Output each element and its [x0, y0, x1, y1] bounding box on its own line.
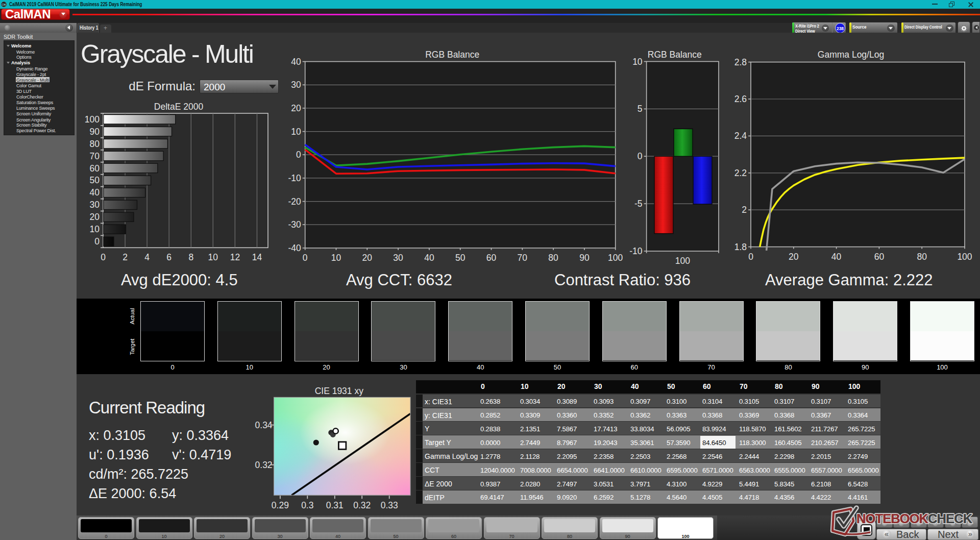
svg-text:2: 2: [122, 252, 128, 262]
svg-text:8: 8: [188, 252, 193, 262]
svg-text:10: 10: [208, 252, 218, 262]
svg-text:40: 40: [424, 253, 434, 263]
svg-text:70: 70: [518, 253, 528, 263]
svg-text:90: 90: [579, 253, 590, 263]
svg-text:100: 100: [675, 256, 690, 265]
svg-text:4: 4: [144, 252, 150, 262]
svg-text:-30: -30: [288, 219, 301, 230]
svg-text:10: 10: [90, 224, 100, 234]
svg-text:2.2: 2.2: [734, 168, 747, 178]
svg-text:20: 20: [90, 212, 100, 222]
svg-text:2.6: 2.6: [734, 94, 747, 104]
svg-text:80: 80: [90, 139, 100, 149]
svg-text:2.8: 2.8: [734, 57, 747, 67]
svg-text:CHECK: CHECK: [928, 511, 973, 526]
svg-text:5: 5: [638, 104, 643, 114]
svg-text:0.3: 0.3: [301, 500, 313, 510]
svg-text:60: 60: [874, 252, 885, 262]
svg-text:10: 10: [632, 57, 643, 67]
svg-text:0.31: 0.31: [326, 500, 344, 510]
svg-text:Gamma Log/Log: Gamma Log/Log: [818, 50, 884, 60]
svg-text:0: 0: [101, 252, 106, 262]
svg-text:2: 2: [742, 205, 747, 215]
svg-text:60: 60: [90, 163, 100, 174]
svg-text:0.33: 0.33: [381, 500, 398, 510]
svg-text:NOTEBOOK: NOTEBOOK: [856, 511, 929, 526]
svg-text:20: 20: [789, 252, 799, 262]
svg-text:0.32: 0.32: [255, 460, 273, 470]
svg-text:80: 80: [917, 252, 927, 262]
svg-text:30: 30: [90, 200, 100, 210]
svg-text:0: 0: [638, 151, 643, 161]
svg-text:100: 100: [608, 253, 623, 263]
svg-text:70: 70: [90, 151, 100, 161]
svg-text:0: 0: [748, 252, 753, 262]
svg-text:12: 12: [230, 252, 240, 262]
svg-text:40: 40: [90, 187, 100, 198]
svg-text:0: 0: [303, 253, 308, 263]
svg-text:40: 40: [291, 57, 301, 67]
svg-text:RGB Balance: RGB Balance: [648, 50, 702, 60]
svg-text:2.4: 2.4: [734, 131, 747, 141]
svg-text:80: 80: [548, 253, 558, 263]
svg-text:0: 0: [296, 150, 301, 160]
svg-text:100: 100: [957, 252, 972, 262]
svg-text:10: 10: [291, 127, 301, 137]
svg-text:30: 30: [393, 253, 403, 263]
svg-text:1.8: 1.8: [734, 242, 747, 252]
svg-text:6: 6: [166, 252, 172, 262]
svg-text:50: 50: [90, 175, 100, 185]
svg-text:-5: -5: [634, 199, 643, 209]
svg-text:30: 30: [291, 80, 301, 90]
svg-text:20: 20: [362, 253, 373, 263]
svg-text:0: 0: [94, 236, 100, 247]
svg-text:-20: -20: [288, 197, 301, 207]
svg-text:90: 90: [90, 127, 100, 137]
svg-text:100: 100: [85, 114, 100, 125]
svg-text:10: 10: [331, 253, 341, 263]
svg-text:CIE 1931 xy: CIE 1931 xy: [315, 386, 364, 396]
svg-text:-10: -10: [629, 246, 643, 256]
svg-text:14: 14: [252, 252, 262, 262]
svg-text:20: 20: [291, 103, 301, 113]
svg-text:50: 50: [455, 253, 465, 263]
svg-text:40: 40: [831, 252, 842, 262]
svg-text:0.32: 0.32: [353, 500, 371, 510]
svg-text:RGB Balance: RGB Balance: [425, 50, 479, 60]
svg-text:DeltaE 2000: DeltaE 2000: [154, 102, 204, 112]
svg-text:60: 60: [486, 253, 497, 263]
svg-text:-40: -40: [288, 243, 301, 253]
svg-text:0.29: 0.29: [272, 500, 289, 510]
svg-text:0.34: 0.34: [255, 420, 273, 430]
svg-text:-10: -10: [288, 173, 301, 183]
